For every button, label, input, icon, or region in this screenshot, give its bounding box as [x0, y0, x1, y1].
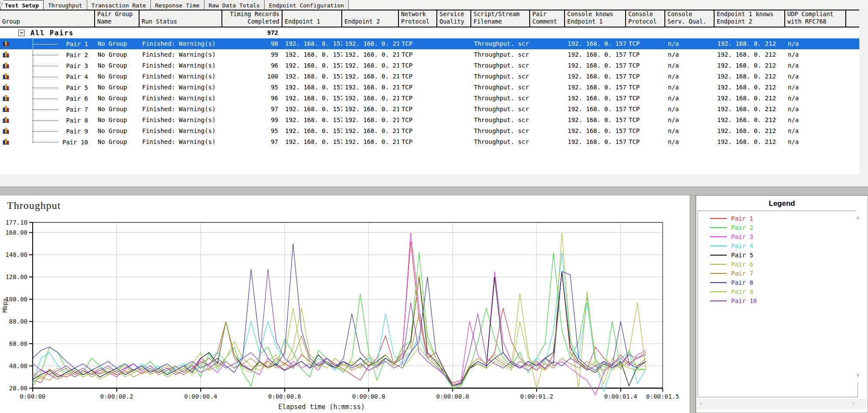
table-row-pair-6[interactable]: Pair 6No GroupFinished: Warning(s)96192.…: [0, 93, 859, 104]
cell-e1: 192. 168. 0. 157: [283, 60, 342, 71]
cell-status: Finished: Warning(s): [140, 93, 222, 104]
column-header-6[interactable]: Network Protocol: [399, 10, 437, 27]
legend-horizontal-scrollbar[interactable]: [698, 399, 866, 410]
tab-throughput[interactable]: Throughput: [44, 0, 87, 10]
tab-raw-data-totals[interactable]: Raw Data Totals: [204, 0, 265, 10]
cell-console_sq: n/a: [665, 60, 715, 71]
cell-status: Finished: Warning(s): [140, 49, 222, 60]
legend-scroll-left-icon[interactable]: ‹: [699, 400, 703, 406]
cell-group: No Group: [95, 137, 140, 147]
legend-item-pair-3: Pair 3: [710, 232, 858, 241]
cell-e2: 192. 168. 0. 212: [342, 126, 399, 137]
legend-item-label: Pair 5: [731, 252, 753, 259]
pair-chart-icon: [2, 106, 10, 113]
cell-records: 96: [222, 60, 283, 71]
cell-status: Finished: Warning(s): [140, 126, 222, 137]
cell-console_sq: n/a: [665, 115, 715, 126]
cell-proto: TCP: [399, 126, 437, 137]
cell-udp: n/a: [785, 104, 846, 115]
legend-item-pair-5: Pair 5: [710, 250, 858, 259]
cell-e1: 192. 168. 0. 157: [283, 137, 342, 147]
column-header-4[interactable]: Endpoint 1: [283, 10, 342, 27]
cell-group: No Group: [95, 126, 140, 137]
cell-console_proto: TCP: [626, 126, 665, 137]
column-header-7[interactable]: Service Quality: [437, 10, 471, 27]
svg-text:0:00:00.2: 0:00:00.2: [100, 393, 133, 400]
column-header-5[interactable]: Endpoint 2: [342, 10, 399, 27]
group-row-label: All Pairs: [31, 29, 74, 37]
column-header-0[interactable]: Group: [0, 10, 95, 27]
table-row-pair-3[interactable]: Pair 3No GroupFinished: Warning(s)96192.…: [0, 60, 859, 71]
tab-endpoint-configuration[interactable]: Endpoint Configuration: [265, 0, 349, 10]
legend-item-pair-6: Pair 6: [710, 259, 858, 269]
cell-e1: 192. 168. 0. 157: [283, 126, 342, 137]
table-row-pair-5[interactable]: Pair 5No GroupFinished: Warning(s)95192.…: [0, 82, 859, 93]
column-header-9[interactable]: Pair Comment: [530, 10, 565, 27]
legend-scroll-down-icon[interactable]: ∨: [856, 372, 860, 378]
tab-bar: Test SetupThroughputTransaction RateResp…: [0, 0, 868, 10]
table-row-pair-2[interactable]: Pair 2No GroupFinished: Warning(s)99192.…: [0, 49, 859, 60]
cell-proto: TCP: [399, 115, 437, 126]
table-vertical-scrollbar[interactable]: [859, 10, 868, 187]
app-window: Test SetupThroughputTransaction RateResp…: [0, 0, 868, 413]
vertical-splitter[interactable]: [690, 195, 696, 413]
cell-e1_knows_e2: 192. 168. 0. 212: [715, 49, 785, 60]
cell-status: Finished: Warning(s): [140, 38, 222, 49]
cell-script: Throughput. scr: [471, 93, 530, 104]
table-row-pair-7[interactable]: Pair 7No GroupFinished: Warning(s)97192.…: [0, 104, 859, 115]
cell-group: No Group: [95, 104, 140, 115]
cell-e2: 192. 168. 0. 212: [342, 115, 399, 126]
column-header-13[interactable]: Endpoint 1 knows Endpoint 2: [715, 10, 785, 27]
table-row-pair-10[interactable]: Pair 10No GroupFinished: Warning(s)97192…: [0, 137, 859, 147]
table-row-pair-4[interactable]: Pair 4No GroupFinished: Warning(s)100192…: [0, 71, 859, 82]
column-header-11[interactable]: Console Protocol: [626, 10, 665, 27]
column-header-14[interactable]: UDP Compliant with RFC768: [785, 10, 846, 27]
tab-test-setup[interactable]: Test Setup: [0, 0, 44, 10]
cell-group: No Group: [95, 93, 140, 104]
tree-connector: [33, 82, 58, 93]
cell-comment: [530, 104, 565, 115]
cell-console_e1: 192. 168. 0. 157: [565, 38, 626, 49]
column-header-1[interactable]: Pair Group Name: [95, 10, 140, 27]
legend-item-label: Pair 10: [731, 297, 757, 304]
legend-vertical-scrollbar[interactable]: [856, 210, 867, 382]
table-row-pair-9[interactable]: Pair 9No GroupFinished: Warning(s)95192.…: [0, 126, 859, 137]
horizontal-splitter[interactable]: [0, 187, 868, 195]
tab-response-time[interactable]: Response Time: [151, 0, 204, 10]
cell-udp: n/a: [785, 93, 846, 104]
table-row-pair-8[interactable]: Pair 8No GroupFinished: Warning(s)99192.…: [0, 115, 859, 126]
table-header-row: GroupPair Group NameRun StatusTiming Rec…: [0, 10, 859, 27]
column-header-10[interactable]: Console knows Endpoint 1: [565, 10, 626, 27]
legend-line-sample: [710, 218, 727, 219]
table-horizontal-scrollbar[interactable]: [0, 174, 859, 187]
tree-connector: [33, 126, 58, 137]
column-header-12[interactable]: Console Serv. Qual.: [665, 10, 715, 27]
legend-item-label: Pair 1: [731, 215, 753, 222]
legend-scroll-up-icon[interactable]: ∧: [856, 215, 860, 221]
tab-transaction-rate[interactable]: Transaction Rate: [87, 0, 151, 10]
column-header-2[interactable]: Run Status: [140, 10, 222, 27]
legend-panel: Legend Pair 1Pair 2Pair 3Pair 4Pair 5Pai…: [696, 195, 868, 413]
cell-script: Throughput. scr: [471, 126, 530, 137]
cell-group: No Group: [95, 49, 140, 60]
legend-line-sample: [710, 255, 727, 256]
pair-chart-icon: [2, 127, 10, 134]
table-row-pair-1[interactable]: Pair 1No GroupFinished: Warning(s)98192.…: [0, 38, 859, 49]
cell-svc: [437, 82, 471, 93]
cell-svc: [437, 49, 471, 60]
cell-script: Throughput. scr: [471, 38, 530, 49]
cell-e1: 192. 168. 0. 157: [283, 93, 342, 104]
collapse-icon[interactable]: −: [18, 30, 25, 36]
cell-console_proto: TCP: [626, 71, 665, 82]
cell-console_e1: 192. 168. 0. 157: [565, 126, 626, 137]
cell-console_e1: 192. 168. 0. 157: [565, 137, 626, 147]
scroll-down-icon[interactable]: ∨: [0, 0, 3, 7]
cell-status: Finished: Warning(s): [140, 137, 222, 147]
all-pairs-group-row[interactable]: −All Pairs972: [0, 27, 859, 38]
pair-chart-icon: [2, 84, 10, 91]
pair-chart-icon: [2, 73, 10, 80]
legend-scroll-right-icon[interactable]: ›: [852, 400, 855, 406]
cell-records: 98: [222, 38, 283, 49]
column-header-8[interactable]: Script/Stream Filename: [471, 10, 530, 27]
column-header-3[interactable]: Timing Records Completed: [222, 10, 283, 27]
